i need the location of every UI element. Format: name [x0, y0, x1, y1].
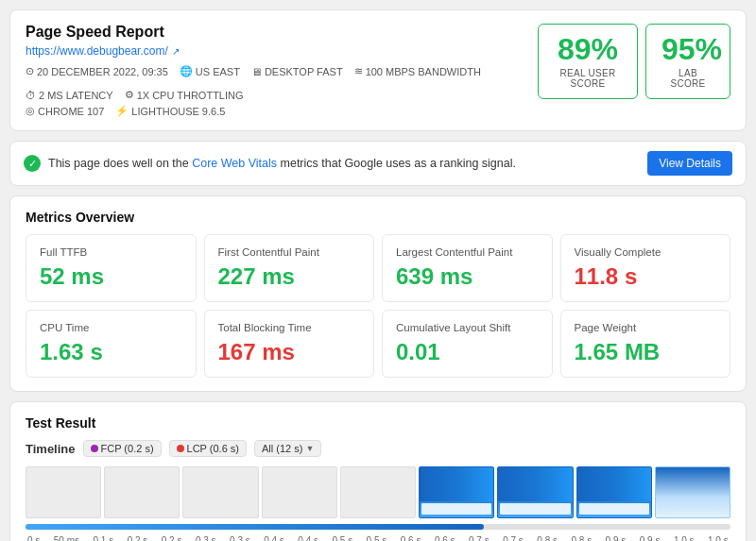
url-bar: https://www.debugbear.com/ ↗ [26, 44, 538, 58]
wifi-icon: ≋ [354, 65, 363, 77]
page-title: Page Speed Report [26, 24, 538, 41]
metric-cpu-time-label: CPU Time [40, 322, 182, 333]
metric-page-weight-label: Page Weight [575, 322, 717, 333]
metric-fcp: First Contentful Paint 227 ms [204, 234, 375, 302]
tick-07s-b: 0.7 s [503, 535, 524, 541]
timeline-ruler: 0 s 50 ms 0.1 s 0.2 s 0.2 s 0.3 s 0.3 s … [26, 535, 730, 541]
metric-tbt-label: Total Blocking Time [218, 322, 361, 333]
lcp-dot [177, 445, 184, 452]
tick-10s-b: 1.0 s [708, 535, 729, 541]
chrome-icon: ◎ [26, 105, 35, 117]
header-left: Page Speed Report https://www.debugbear.… [26, 24, 538, 117]
tick-09s-a: 0.9 s [606, 535, 627, 541]
filmstrip-frame-6 [419, 466, 494, 518]
tick-01s: 0.1 s [93, 535, 113, 541]
lab-score-value: 95% [662, 34, 714, 64]
filmstrip-frame-9 [655, 466, 730, 518]
info-bar-message: ✓ This page does well on the Core Web Vi… [24, 155, 516, 172]
lab-score-card: 95% LAB SCORE [645, 24, 730, 99]
fcp-dot [91, 445, 98, 452]
tick-03s-b: 0.3 s [230, 535, 250, 541]
tick-08s-a: 0.8 s [537, 535, 558, 541]
metrics-grid: Full TTFB 52 ms First Contentful Paint 2… [26, 234, 730, 378]
clock-icon: ⊙ [26, 65, 34, 77]
tick-06s-b: 0.6 s [435, 535, 455, 541]
metric-tbt: Total Blocking Time 167 ms [204, 310, 375, 378]
tick-03s-a: 0.3 s [196, 535, 216, 541]
progress-bar [26, 524, 730, 530]
filmstrip-row [26, 466, 730, 518]
test-result-title: Test Result [26, 415, 730, 431]
metric-cpu-time-value: 1.63 s [40, 339, 182, 365]
metric-full-ttfb-label: Full TTFB [40, 246, 182, 258]
cpu-icon: ⚙ [125, 89, 134, 101]
chevron-down-icon: ▼ [305, 444, 314, 453]
cwv-link[interactable]: Core Web Vitals [192, 157, 277, 170]
metric-full-ttfb: Full TTFB 52 ms [26, 234, 197, 302]
info-text: This page does well on the Core Web Vita… [48, 157, 516, 170]
tick-0s: 0 s [27, 535, 40, 541]
scores-box: 89% REAL USER SCORE 95% LAB SCORE [538, 24, 730, 99]
metric-visually-complete-label: Visually Complete [575, 246, 717, 258]
lab-score-label: LAB SCORE [662, 68, 714, 89]
metric-fcp-value: 227 ms [218, 263, 361, 290]
tick-02s-b: 0.2 s [162, 535, 182, 541]
tick-06s-a: 0.6 s [401, 535, 421, 541]
external-link-icon: ↗ [172, 46, 180, 57]
timeline-area: 0 s 50 ms 0.1 s 0.2 s 0.2 s 0.3 s 0.3 s … [26, 535, 730, 541]
metric-full-ttfb-value: 52 ms [40, 263, 182, 290]
metric-cls: Cumulative Layout Shift 0.01 [382, 310, 553, 378]
filmstrip-frame-1 [26, 466, 101, 518]
metrics-overview-card: Metrics Overview Full TTFB 52 ms First C… [9, 195, 747, 392]
tick-05s-a: 0.5 s [332, 535, 352, 541]
metric-visually-complete: Visually Complete 11.8 s [560, 234, 731, 302]
metric-visually-complete-value: 11.8 s [575, 263, 717, 290]
check-icon: ✓ [24, 155, 41, 172]
meta-device: 🖥 DESKTOP FAST [251, 66, 343, 77]
filmstrip-frame-3 [182, 466, 258, 518]
fcp-badge-label: FCP (0.2 s) [101, 443, 154, 454]
test-result-card: Test Result Timeline FCP (0.2 s) LCP (0.… [9, 401, 747, 541]
meta-cpu: ⚙ 1X CPU THROTTLING [125, 89, 244, 101]
metric-fcp-label: First Contentful Paint [218, 246, 361, 258]
meta-row: ⊙ 20 DECEMBER 2022, 09:35 🌐 US EAST 🖥 DE… [26, 65, 538, 101]
metric-cpu-time: CPU Time 1.63 s [26, 310, 197, 378]
lcp-badge-label: LCP (0.6 s) [187, 443, 239, 454]
meta-region: 🌐 US EAST [180, 65, 240, 77]
metric-lcp-value: 639 ms [396, 263, 539, 290]
metric-page-weight: Page Weight 1.65 MB [560, 310, 731, 378]
metric-cls-label: Cumulative Layout Shift [396, 322, 539, 333]
filmstrip-frame-4 [262, 466, 337, 518]
all-badge[interactable]: All (12 s) ▼ [254, 440, 321, 457]
real-user-score-label: REAL USER SCORE [554, 68, 622, 89]
filmstrip-frame-7 [497, 466, 573, 518]
metric-cls-value: 0.01 [396, 339, 539, 365]
tick-02s-a: 0.2 s [128, 535, 148, 541]
meta-date: ⊙ 20 DECEMBER 2022, 09:35 [26, 65, 168, 77]
tick-50ms: 50 ms [54, 535, 79, 541]
view-details-button[interactable]: View Details [647, 151, 732, 176]
monitor-icon: 🖥 [251, 66, 262, 77]
lighthouse-icon: ⚡ [115, 105, 129, 117]
metric-lcp-label: Largest Contentful Paint [396, 246, 539, 258]
lcp-badge[interactable]: LCP (0.6 s) [169, 440, 247, 457]
tick-04s-b: 0.4 s [298, 535, 318, 541]
metric-page-weight-value: 1.65 MB [575, 339, 717, 365]
tick-08s-b: 0.8 s [571, 535, 592, 541]
tick-04s-a: 0.4 s [264, 535, 284, 541]
metrics-section-title: Metrics Overview [26, 210, 730, 225]
timeline-label: Timeline [26, 442, 76, 456]
tick-07s-a: 0.7 s [469, 535, 490, 541]
meta-row-2: ◎ CHROME 107 ⚡ LIGHTHOUSE 9.6.5 [26, 105, 538, 117]
timer-icon: ⏱ [26, 90, 36, 101]
tick-10s-a: 1.0 s [674, 535, 695, 541]
info-bar: ✓ This page does well on the Core Web Vi… [9, 141, 747, 186]
meta-chrome: ◎ CHROME 107 [26, 105, 104, 117]
meta-lighthouse: ⚡ LIGHTHOUSE 9.6.5 [115, 105, 225, 117]
real-user-score-card: 89% REAL USER SCORE [538, 24, 638, 99]
filmstrip-frame-8 [576, 466, 652, 518]
fcp-badge[interactable]: FCP (0.2 s) [83, 440, 162, 457]
globe-icon: 🌐 [180, 65, 193, 77]
filmstrip-frame-5 [340, 466, 416, 518]
tick-09s-b: 0.9 s [640, 535, 661, 541]
